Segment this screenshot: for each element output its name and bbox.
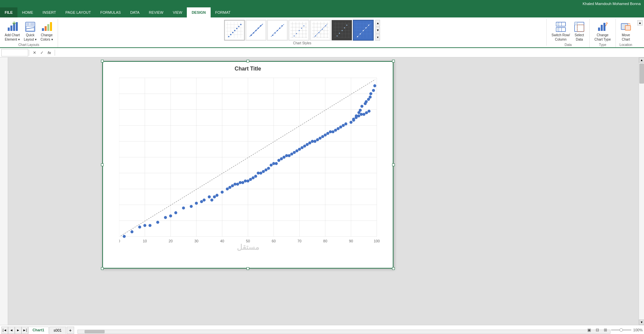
scroll-up-arrow[interactable]: ▲ — [375, 20, 380, 27]
svg-point-161 — [190, 205, 193, 208]
change-colors-button[interactable]: ChangeColors ▾ — [39, 19, 55, 42]
chart-handle-top-left[interactable] — [101, 60, 104, 62]
svg-point-38 — [260, 25, 261, 27]
add-chart-element-icon — [7, 21, 18, 32]
quick-layout-button[interactable]: QuickLayout ▾ — [22, 19, 39, 42]
svg-rect-125 — [603, 23, 605, 31]
name-box[interactable] — [1, 49, 28, 56]
ribbon-collapse[interactable]: ▲ — [636, 19, 644, 27]
svg-point-107 — [363, 30, 364, 31]
svg-text:60: 60 — [272, 239, 276, 243]
change-chart-type-button[interactable]: ChangeChart Type — [592, 19, 613, 42]
svg-point-168 — [216, 194, 219, 197]
svg-point-105 — [357, 36, 358, 37]
svg-point-93 — [346, 25, 347, 26]
svg-rect-117 — [556, 28, 559, 31]
svg-point-200 — [303, 145, 306, 148]
tab-nav-last[interactable]: ►| — [21, 327, 28, 334]
chart-style-2[interactable] — [246, 20, 266, 41]
collapse-ribbon-button[interactable]: ▲ — [637, 20, 643, 26]
tab-file[interactable]: FILE — [0, 7, 17, 17]
chart-styles-group: ▲ ▼ ▾ Chart Styles — [58, 19, 547, 46]
page-break-view-button[interactable]: ⊞ — [602, 326, 609, 334]
sheet-tab-chart1[interactable]: Chart1 — [28, 327, 49, 334]
tab-format[interactable]: FORMAT — [211, 7, 235, 17]
chart-style-7[interactable] — [353, 20, 374, 41]
tab-insert[interactable]: INSERT — [38, 7, 61, 17]
tab-review[interactable]: REVIEW — [144, 7, 168, 17]
chart-styles-scroll[interactable]: ▲ ▼ ▾ — [375, 20, 380, 41]
svg-point-170 — [226, 187, 229, 190]
scrollbar-track[interactable] — [639, 63, 644, 320]
svg-point-228 — [359, 109, 362, 112]
chart-style-5[interactable] — [310, 20, 331, 41]
scroll-up-button[interactable]: ▲ — [639, 57, 644, 63]
svg-rect-116 — [556, 23, 559, 26]
chart-style-1[interactable] — [224, 20, 245, 41]
svg-text:70: 70 — [298, 239, 302, 243]
svg-point-61 — [304, 25, 305, 26]
svg-point-174 — [236, 183, 239, 186]
data-group-label: Data — [549, 42, 587, 47]
svg-point-202 — [308, 141, 311, 144]
add-sheet-button[interactable]: + — [67, 327, 74, 334]
select-data-label: SelectData — [575, 33, 584, 42]
normal-view-button[interactable]: ▣ — [586, 326, 593, 334]
chart-container[interactable]: Chart Title — [102, 61, 394, 269]
insert-function-button[interactable]: fx — [46, 49, 53, 56]
scroll-down-button[interactable]: ▼ — [639, 320, 644, 325]
svg-point-155 — [149, 224, 152, 227]
cancel-formula-button[interactable]: ✕ — [31, 49, 38, 56]
chart-style-4[interactable] — [288, 20, 309, 41]
confirm-formula-button[interactable]: ✓ — [39, 49, 45, 56]
svg-rect-12 — [45, 26, 47, 31]
move-chart-button[interactable]: MoveChart — [619, 19, 633, 42]
change-colors-icon — [41, 21, 52, 32]
svg-point-185 — [264, 169, 267, 172]
svg-point-193 — [285, 154, 288, 157]
tab-data[interactable]: DATA — [125, 7, 144, 17]
chart-handle-bottom-right[interactable] — [392, 267, 395, 270]
chart-handle-middle-left[interactable] — [101, 163, 104, 166]
svg-point-31 — [240, 24, 241, 25]
scroll-more-arrow[interactable]: ▾ — [375, 34, 380, 41]
chart-styles-label: Chart Styles — [61, 41, 544, 45]
tab-home[interactable]: HOME — [17, 7, 38, 17]
svg-point-192 — [282, 156, 285, 159]
horizontal-scrollbar-thumb[interactable] — [85, 330, 105, 333]
svg-point-26 — [230, 34, 231, 35]
tab-nav-prev[interactable]: ◄ — [8, 327, 15, 334]
select-data-button[interactable]: SelectData — [572, 19, 587, 42]
tab-view[interactable]: VIEW — [168, 7, 187, 17]
svg-point-194 — [288, 154, 291, 157]
tab-formulas[interactable]: FORMULAS — [96, 7, 125, 17]
tab-nav-first[interactable]: |◄ — [1, 327, 8, 334]
tab-design[interactable]: DESIGN — [187, 7, 210, 17]
tab-nav-next[interactable]: ► — [15, 327, 21, 334]
sheet-tab-s001[interactable]: s001 — [49, 327, 66, 334]
svg-rect-127 — [625, 26, 631, 30]
add-chart-element-button[interactable]: Add ChartElement ▾ — [3, 19, 22, 42]
chart-title[interactable]: Chart Title — [102, 61, 393, 73]
chart-handle-top-right[interactable] — [392, 60, 395, 62]
scroll-down-arrow[interactable]: ▼ — [375, 27, 380, 34]
zoom-slider[interactable] — [611, 329, 631, 331]
chart-handle-middle-right[interactable] — [392, 163, 395, 166]
zoom-slider-thumb[interactable] — [620, 328, 623, 332]
scrollbar-thumb[interactable] — [639, 63, 644, 84]
switch-row-column-button[interactable]: Switch Row/Column — [549, 19, 572, 42]
horizontal-scrollbar[interactable] — [77, 330, 610, 334]
svg-point-91 — [342, 30, 343, 31]
chart-style-6[interactable] — [331, 20, 352, 41]
chart-handle-bottom-left[interactable] — [101, 267, 104, 270]
tab-page-layout[interactable]: PAGE LAYOUT — [61, 7, 96, 17]
vertical-scrollbar[interactable]: ▲ ▼ — [639, 57, 644, 325]
chart-style-3[interactable] — [267, 20, 288, 41]
svg-point-187 — [270, 164, 273, 167]
svg-rect-8 — [30, 23, 34, 26]
page-layout-view-button[interactable]: ⊟ — [594, 326, 601, 334]
formula-divider — [55, 50, 55, 56]
formula-input[interactable] — [56, 49, 643, 56]
chart-handle-bottom-middle[interactable] — [247, 267, 249, 270]
chart-handle-top-middle[interactable] — [247, 60, 249, 62]
